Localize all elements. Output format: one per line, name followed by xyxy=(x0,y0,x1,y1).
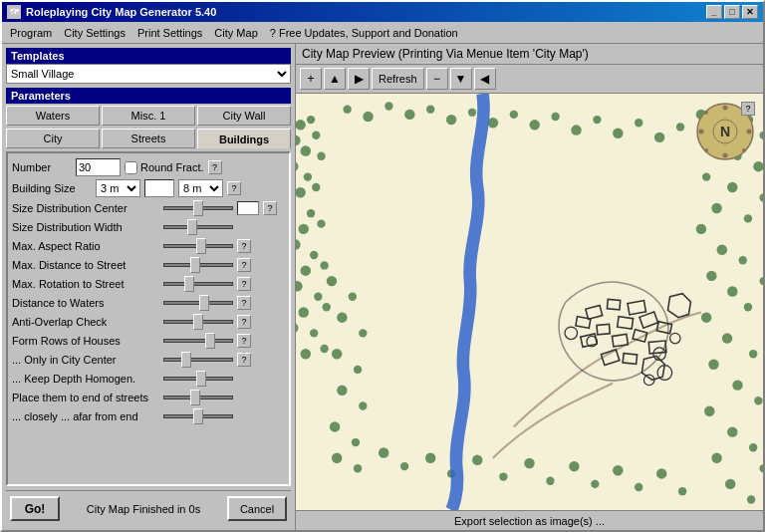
anti-overlap-help[interactable]: ? xyxy=(237,315,251,329)
size-min-select[interactable]: 3 m xyxy=(96,179,140,197)
svg-point-77 xyxy=(635,119,642,127)
svg-point-88 xyxy=(524,458,534,468)
menu-city-settings[interactable]: City Settings xyxy=(58,25,131,41)
zoom-in-button[interactable]: + xyxy=(300,68,322,90)
building-size-label: Building Size xyxy=(12,182,92,194)
keep-depth-row: ... Keep Depth Homogen. xyxy=(12,370,285,388)
svg-point-67 xyxy=(426,105,434,113)
menu-program[interactable]: Program xyxy=(4,25,58,41)
maximize-button[interactable]: □ xyxy=(724,5,740,19)
only-city-center-help[interactable]: ? xyxy=(237,353,251,367)
keep-depth-slider[interactable] xyxy=(163,374,233,384)
cancel-button[interactable]: Cancel xyxy=(227,496,287,521)
svg-point-103 xyxy=(359,401,367,409)
svg-point-86 xyxy=(472,455,482,465)
form-rows-label: Form Rows of Houses xyxy=(12,335,159,347)
aspect-ratio-label: Max. Aspect Ratio xyxy=(12,240,159,252)
zoom-out-button[interactable]: − xyxy=(426,68,448,90)
svg-point-79 xyxy=(676,123,684,131)
svg-point-70 xyxy=(488,118,498,128)
tab-waters[interactable]: Waters xyxy=(6,106,100,126)
rotation-street-slider[interactable] xyxy=(163,279,233,289)
menu-updates[interactable]: ? Free Updates, Support and Donation xyxy=(264,25,464,41)
menu-bar: Program City Settings Print Settings Cit… xyxy=(2,22,763,44)
export-label: Export selection as image(s) ... xyxy=(454,515,605,527)
pan-up-button[interactable]: ▲ xyxy=(324,68,346,90)
pan-right-button[interactable]: ▶ xyxy=(348,68,370,90)
form-rows-slider[interactable] xyxy=(163,336,233,346)
svg-point-68 xyxy=(446,115,456,125)
only-city-center-slider[interactable] xyxy=(163,355,233,365)
menu-city-map[interactable]: City Map xyxy=(208,25,263,41)
menu-print-settings[interactable]: Print Settings xyxy=(131,25,208,41)
svg-point-5 xyxy=(301,145,311,155)
place-end-streets-slider[interactable] xyxy=(163,393,233,402)
svg-point-101 xyxy=(354,366,362,374)
distance-street-slider[interactable] xyxy=(163,260,233,270)
closely-afar-slider[interactable] xyxy=(163,411,233,421)
template-select[interactable]: Small Village xyxy=(6,64,291,84)
form-rows-help[interactable]: ? xyxy=(237,334,251,348)
svg-point-17 xyxy=(301,265,311,275)
tab-misc1[interactable]: Misc. 1 xyxy=(102,106,195,126)
closely-afar-label: ... closely ... afar from end xyxy=(12,410,159,422)
svg-point-91 xyxy=(591,480,599,488)
pan-down-button[interactable]: ▼ xyxy=(450,68,472,90)
tab-city[interactable]: City xyxy=(6,129,100,148)
minimize-button[interactable]: _ xyxy=(706,5,722,19)
distance-waters-slider[interactable] xyxy=(163,298,233,308)
size-max-select[interactable]: 8 m xyxy=(178,179,223,197)
compass-help-btn[interactable]: ? xyxy=(741,102,755,116)
svg-point-59 xyxy=(711,453,721,463)
svg-point-21 xyxy=(299,307,309,317)
distance-street-label: Max. Distance to Street xyxy=(12,259,159,271)
svg-point-94 xyxy=(656,468,666,478)
export-bar[interactable]: Export selection as image(s) ... xyxy=(296,510,763,530)
svg-point-13 xyxy=(299,224,309,234)
go-button[interactable]: Go! xyxy=(10,496,60,521)
svg-point-65 xyxy=(384,102,392,110)
number-row: Number Round Fract. ? xyxy=(12,157,285,177)
svg-point-104 xyxy=(330,421,340,431)
aspect-ratio-help[interactable]: ? xyxy=(237,239,251,253)
distance-street-row: Max. Distance to Street ? xyxy=(12,256,285,274)
pan-left-button[interactable]: ◀ xyxy=(474,68,496,90)
svg-point-2 xyxy=(307,116,315,124)
anti-overlap-slider[interactable] xyxy=(163,317,233,327)
close-button[interactable]: ✕ xyxy=(742,5,758,19)
distance-waters-row: Distance to Waters ? xyxy=(12,294,285,312)
svg-rect-0 xyxy=(296,94,763,510)
size-dist-width-label: Size Distribution Width xyxy=(12,221,159,233)
svg-point-22 xyxy=(323,303,331,311)
svg-point-58 xyxy=(749,443,757,451)
size-dist-center-help[interactable]: ? xyxy=(263,201,277,215)
svg-point-69 xyxy=(468,109,476,117)
svg-point-37 xyxy=(711,203,721,213)
tab-buildings[interactable]: Buildings xyxy=(197,129,291,148)
svg-point-26 xyxy=(320,345,328,353)
aspect-ratio-slider[interactable] xyxy=(163,241,233,251)
parameters-section: Parameters Waters Misc. 1 City Wall City… xyxy=(6,88,291,486)
building-size-help-btn[interactable]: ? xyxy=(227,181,241,195)
tab-streets[interactable]: Streets xyxy=(102,129,195,148)
number-input[interactable] xyxy=(76,158,121,176)
window-title: Roleplaying City Map Generator 5.40 xyxy=(26,6,216,18)
refresh-button[interactable]: Refresh xyxy=(372,68,424,90)
map-header: City Map Preview (Printing Via Menue Ite… xyxy=(296,44,763,65)
round-fract-checkbox[interactable] xyxy=(125,161,137,174)
svg-point-14 xyxy=(317,219,325,227)
svg-point-18 xyxy=(320,261,328,269)
distance-waters-help[interactable]: ? xyxy=(237,296,251,310)
size-dist-center-slider[interactable] xyxy=(163,203,233,213)
map-area[interactable]: N ? xyxy=(296,94,763,510)
rotation-street-row: Max. Rotation to Street ? xyxy=(12,275,285,293)
tab-city-wall[interactable]: City Wall xyxy=(197,106,291,126)
only-city-center-label: ... Only in City Center xyxy=(12,354,159,366)
svg-point-78 xyxy=(654,133,664,142)
rotation-street-help[interactable]: ? xyxy=(237,277,251,291)
svg-point-66 xyxy=(404,110,414,120)
size-color-box xyxy=(144,179,174,197)
number-help-btn[interactable]: ? xyxy=(208,160,222,174)
size-dist-width-slider[interactable] xyxy=(163,222,233,232)
distance-street-help[interactable]: ? xyxy=(237,258,251,272)
